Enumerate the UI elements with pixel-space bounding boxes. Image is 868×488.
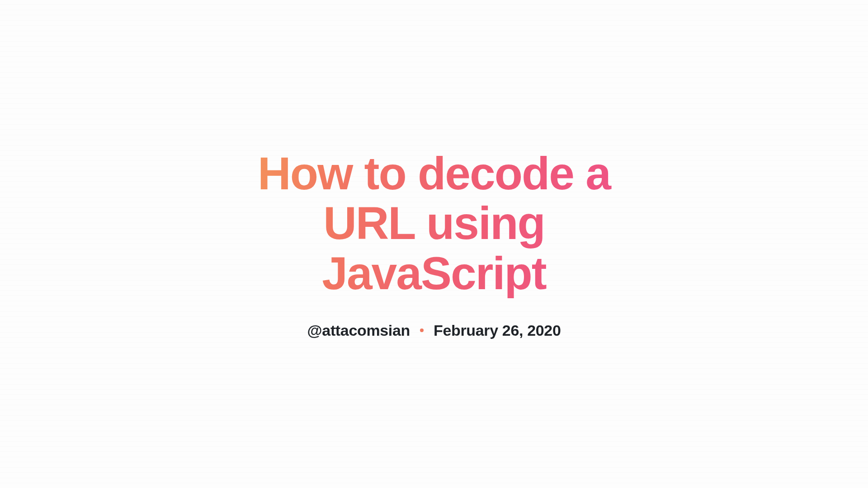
publish-date: February 26, 2020 (434, 322, 561, 339)
author-handle: @attacomsian (307, 322, 410, 339)
title-card: How to decode a URL using JavaScript @at… (212, 149, 656, 339)
dot-separator-icon (420, 328, 424, 332)
meta-row: @attacomsian February 26, 2020 (212, 322, 656, 339)
page-title: How to decode a URL using JavaScript (212, 149, 656, 298)
